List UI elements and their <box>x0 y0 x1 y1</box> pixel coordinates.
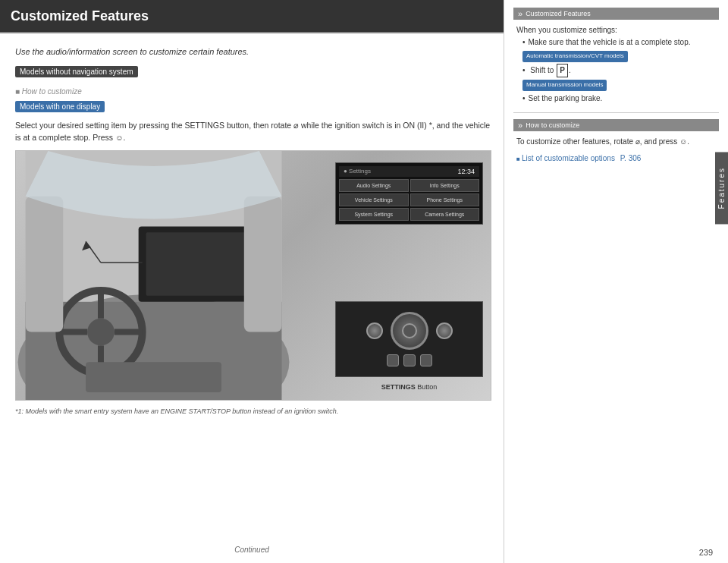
model-tab-one-display[interactable]: Models with one display <box>15 101 105 112</box>
sidebar-bullets-manual: Set the parking brake. <box>516 93 716 105</box>
settings-btn-vehicle[interactable]: Vehicle Settings <box>339 193 409 206</box>
sidebar-customize-text: To customize other features, rotate ⌀, a… <box>516 136 716 148</box>
settings-btn-info[interactable]: Info Settings <box>410 179 480 192</box>
one-display-row: Models with one display <box>15 99 491 115</box>
sidebar-section-2: How to customize To customize other feat… <box>513 119 719 165</box>
content-area: Use the audio/information screen to cust… <box>15 47 491 416</box>
continued-label: Continued <box>234 546 269 554</box>
settings-screen: ● Settings 12:34 Audio Settings Info Set… <box>335 162 483 225</box>
settings-btn-text: Button <box>417 383 437 391</box>
settings-time: 12:34 <box>457 168 475 175</box>
settings-btn-audio[interactable]: Audio Settings <box>339 179 409 192</box>
sidebar-link-page: P. 306 <box>620 154 642 162</box>
svg-rect-10 <box>146 232 252 295</box>
settings-bold-label: SETTINGS <box>381 383 416 391</box>
model-tab-no-nav[interactable]: Models without navigation system <box>15 66 138 77</box>
sidebar-body-1: When you customize settings: Make sure t… <box>513 24 719 105</box>
sidebar-section-1: Customized Features When you customize s… <box>513 8 719 105</box>
car-dashboard-svg <box>16 151 291 400</box>
settings-main-knob[interactable] <box>391 312 428 350</box>
svg-rect-13 <box>244 196 282 332</box>
settings-screen-title: ● Settings <box>344 168 371 175</box>
sidebar-link[interactable]: List of customizable options P. 306 <box>516 153 716 165</box>
how-to-row: ■ How to customize <box>15 83 491 97</box>
settings-btn-system[interactable]: System Settings <box>339 208 409 221</box>
settings-button-label: SETTINGS Button <box>335 383 483 391</box>
sidebar-bullet-shift: Shift to P. <box>522 64 716 77</box>
sidebar-bullets-1: Make sure that the vehicle is at a compl… <box>516 36 716 49</box>
settings-grid: Audio Settings Info Settings Vehicle Set… <box>339 179 479 221</box>
sidebar: Customized Features When you customize s… <box>504 0 728 563</box>
features-tab: Features <box>715 152 728 224</box>
sidebar-divider <box>513 112 719 113</box>
dashboard-image: ● Settings 12:34 Audio Settings Info Set… <box>16 151 491 400</box>
settings-btn-phone[interactable]: Phone Settings <box>410 193 480 206</box>
svg-point-4 <box>87 318 115 345</box>
title-bar: Customized Features <box>0 0 504 32</box>
image-area: Audio/Information Screen <box>15 150 491 401</box>
sidebar-body-2: To customize other features, rotate ⌀, a… <box>513 136 719 165</box>
settings-header: ● Settings 12:34 <box>339 166 479 177</box>
sidebar-bullet-brake: Set the parking brake. <box>522 93 716 105</box>
svg-rect-11 <box>86 362 221 392</box>
main-content: Customized Features Use the audio/inform… <box>0 0 504 563</box>
intro-text: Use the audio/information screen to cust… <box>15 47 491 56</box>
settings-btn-camera[interactable]: Camera Settings <box>410 208 480 221</box>
p-indicator: P <box>557 64 568 77</box>
sidebar-bullet-stop: Make sure that the vehicle is at a compl… <box>522 36 716 49</box>
sidebar-header-2: How to customize <box>513 119 719 131</box>
page-container: Customized Features Use the audio/inform… <box>0 0 728 563</box>
svg-rect-12 <box>26 196 64 332</box>
model-tabs-row: Models without navigation system <box>15 64 491 80</box>
title-bar-line <box>0 32 504 33</box>
page-number: 239 <box>699 548 713 557</box>
body-text: Select your desired setting item by pres… <box>15 120 491 144</box>
settings-knob-area <box>366 312 453 366</box>
sidebar-intro: When you customize settings: <box>516 24 716 36</box>
auto-trans-badge: Automatic transmission/CVT models <box>522 51 628 62</box>
settings-button-area <box>335 301 483 377</box>
sidebar-link-text: List of customizable options <box>522 154 615 162</box>
sidebar-bullets-auto: Shift to P. <box>516 64 716 77</box>
sidebar-header-1: Customized Features <box>513 8 719 20</box>
how-to-label: ■ How to customize <box>15 87 82 96</box>
footnote: *1: Models with the smart entry system h… <box>15 407 491 417</box>
manual-trans-badge: Manual transmission models <box>522 80 607 91</box>
page-title: Customized Features <box>11 8 149 24</box>
